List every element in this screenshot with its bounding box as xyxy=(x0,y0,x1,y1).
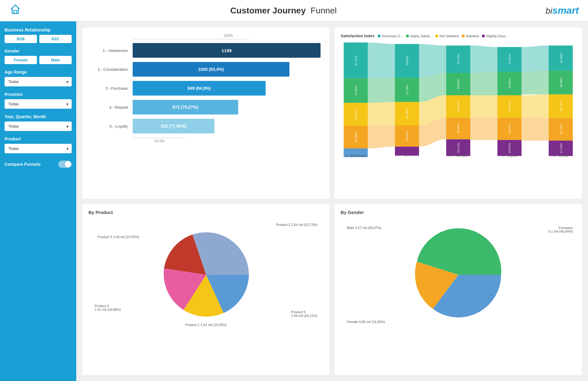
year-quarter-month-select-wrapper: Todas xyxy=(5,122,72,131)
b2c-button[interactable]: B2C xyxy=(39,35,72,43)
funnel-panel: 100% 1.- Awareness 1199 2.- Consideratio… xyxy=(82,27,330,199)
svg-text:19.55%: 19.55% xyxy=(457,101,460,112)
svg-text:17.24%: 17.24% xyxy=(559,143,563,153)
funnel-bar-purchase: 849 (84,9%) xyxy=(133,81,266,96)
by-product-title: By Product xyxy=(88,210,324,215)
by-product-pie xyxy=(157,226,255,324)
product2-label: Product 2 2.64 mil (20,72%) xyxy=(276,223,317,227)
sidebar: Business Relationship B2B B2C Gender Fem… xyxy=(0,21,76,381)
compare-funnels-row: Compare Funnels xyxy=(5,161,72,168)
funnel-bar-container-awareness: 1199 xyxy=(133,43,321,58)
funnel-row-repeat: 4.- Repeat 673 (79,27%) xyxy=(88,100,321,114)
funnel-top-percent: 100% xyxy=(133,34,324,38)
svg-text:19.93%: 19.93% xyxy=(354,109,357,119)
svg-text:4.- Repeat: 4.- Repeat xyxy=(502,154,517,157)
gender-buttons: Female Male xyxy=(5,56,72,64)
svg-text:1.- Awareness: 1.- Awareness xyxy=(345,154,366,157)
male-button[interactable]: Male xyxy=(39,56,72,64)
female-label: Female 4.06 mil (31,89%) xyxy=(347,320,385,324)
home-icon[interactable] xyxy=(9,3,21,18)
svg-text:29.60%: 29.60% xyxy=(405,56,409,66)
funnel-label-awareness: 1.- Awareness xyxy=(88,48,133,53)
svg-text:21.55%: 21.55% xyxy=(508,54,511,64)
svg-text:Consideration: Consideration xyxy=(397,158,417,158)
funnel-bar-awareness: 1199 xyxy=(133,43,321,58)
svg-text:21.60%: 21.60% xyxy=(354,85,357,96)
product3-label: Product 3 2.49 mil (19,55%) xyxy=(98,235,139,239)
sankey-chart: 31.11% 21.60% 19.93% 19.85% 29.60% 21.10… xyxy=(341,42,576,158)
funnel-bar-container-loyalty: 522 (77,56%) xyxy=(133,119,321,133)
province-select-wrapper: Todas xyxy=(5,99,72,109)
business-relationship-buttons: B2B B2C xyxy=(5,35,72,43)
svg-text:31.11%: 31.11% xyxy=(354,56,357,66)
funnel-row-consideration: 2.- Consideration 1000 (83,4%) xyxy=(88,62,321,77)
svg-text:18.14%: 18.14% xyxy=(457,143,460,153)
funnel-bar-loyalty: 522 (77,56%) xyxy=(133,119,214,133)
age-range-select-wrapper: Todas xyxy=(5,77,72,86)
top-bar: Customer Journey Funnel bismart xyxy=(0,0,588,21)
svg-text:18.87%: 18.87% xyxy=(508,143,511,153)
svg-text:20.88%: 20.88% xyxy=(559,77,563,88)
svg-text:21.10%: 21.10% xyxy=(405,85,409,95)
funnel-bar-container-consideration: 1000 (83,4%) xyxy=(133,62,321,77)
product5-label: Product 52.56 mil (20,11%) xyxy=(291,310,317,318)
page-title: Customer Journey Funnel xyxy=(230,6,337,16)
funnel-row-purchase: 3.- Purchase 849 (84,9%) xyxy=(88,81,321,96)
compare-funnels-label: Compare Funnels xyxy=(5,162,41,167)
funnel-bars: 1.- Awareness 1199 2.- Consideration 100… xyxy=(88,43,324,133)
svg-text:21.84%: 21.84% xyxy=(559,53,563,63)
product-select-wrapper: Todas xyxy=(5,144,72,153)
by-gender-pie xyxy=(410,226,507,324)
funnel-row-loyalty: 5.- Loyalty 522 (77,56%) xyxy=(88,119,321,133)
funnel-bar-repeat: 673 (79,27%) xyxy=(133,100,238,114)
satisfaction-index-label: Satisfaction Index xyxy=(341,34,375,38)
year-quarter-month-select[interactable]: Todas xyxy=(5,122,72,131)
compare-funnels-toggle[interactable] xyxy=(58,161,72,168)
product4-label: Product 42.51 mil (19,68%) xyxy=(95,304,121,311)
svg-text:18.50%: 18.50% xyxy=(405,131,409,141)
business-relationship-label: Business Relationship xyxy=(5,27,72,32)
product-label: Product xyxy=(5,136,72,141)
svg-text:5.- Loyalty: 5.- Loyalty xyxy=(553,154,569,157)
svg-text:2.-: 2.- xyxy=(405,154,409,157)
svg-text:3.- Purchase: 3.- Purchase xyxy=(449,154,468,157)
funnel-row-awareness: 1.- Awareness 1199 xyxy=(88,43,321,58)
by-gender-title: By Gender xyxy=(341,210,576,215)
svg-text:19.55%: 19.55% xyxy=(457,79,460,89)
funnel-label-loyalty: 5.- Loyalty xyxy=(88,124,133,129)
svg-text:20.31%: 20.31% xyxy=(559,101,563,111)
province-select[interactable]: Todas xyxy=(5,99,72,109)
satisfaction-panel: Satisfaction Index Extremely S... Highly… xyxy=(335,27,582,199)
by-gender-panel: By Gender Company5.1 mil (40,04%) Female… xyxy=(335,204,582,375)
female-button[interactable]: Female xyxy=(5,56,37,64)
svg-text:19.47%: 19.47% xyxy=(508,124,511,134)
logo: bismart xyxy=(546,5,579,16)
legend-extremely-s: Extremely S... xyxy=(378,34,403,38)
funnel-label-consideration: 2.- Consideration xyxy=(88,67,133,72)
product-select[interactable]: Todas xyxy=(5,144,72,153)
product1-label: Product 1 2.54 mil (19,93%) xyxy=(185,323,227,327)
svg-text:19.85%: 19.85% xyxy=(354,132,357,143)
by-product-panel: By Product Product 2 2.64 mil (20,72%) P xyxy=(82,204,330,375)
legend-slightly-dissatisfied: Slightly Dissi... xyxy=(482,34,508,38)
province-label: Province xyxy=(5,92,72,97)
male-label: Male 3,57 mil (28,07%) xyxy=(347,226,381,230)
funnel-label-purchase: 3.- Purchase xyxy=(88,86,133,91)
funnel-bar-container-repeat: 673 (79,27%) xyxy=(133,100,321,114)
funnel-bar-container-purchase: 849 (84,9%) xyxy=(133,81,321,96)
company-label: Company5.1 mil (40,04%) xyxy=(548,226,573,233)
svg-text:20.40%: 20.40% xyxy=(405,109,409,119)
age-range-label: Age Range xyxy=(5,70,72,74)
svg-text:18.96%: 18.96% xyxy=(457,123,460,134)
year-quarter-month-label: Year, Quarter, Month xyxy=(5,114,72,119)
svg-text:20.65%: 20.65% xyxy=(508,78,511,89)
funnel-bar-consideration: 1000 (83,4%) xyxy=(133,62,289,77)
content-area: 100% 1.- Awareness 1199 2.- Consideratio… xyxy=(76,21,588,381)
gender-label: Gender xyxy=(5,49,72,53)
funnel-label-repeat: 4.- Repeat xyxy=(88,105,133,110)
legend-not-satisfied: Not Satisfied xyxy=(435,34,458,38)
legend-highly-satisfied: Highly Satisfi... xyxy=(406,34,432,38)
b2b-button[interactable]: B2B xyxy=(5,35,37,43)
age-range-select[interactable]: Todas xyxy=(5,77,72,86)
legend-satisfied: Satisfied xyxy=(462,34,479,38)
